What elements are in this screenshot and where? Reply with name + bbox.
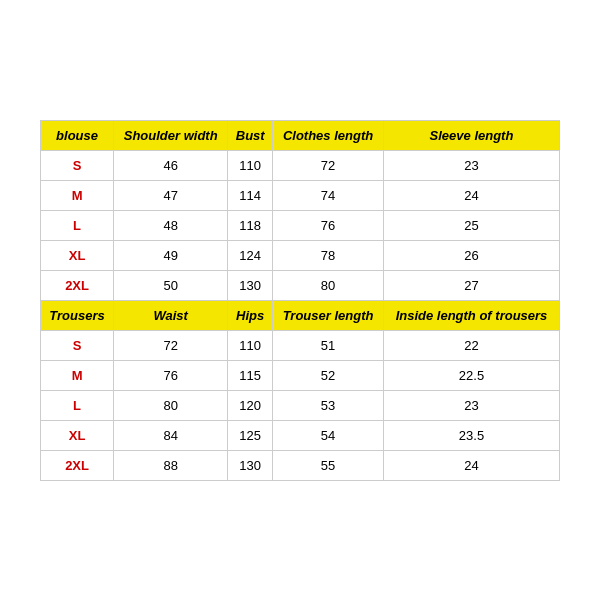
trousers-size-cell: S	[41, 330, 114, 360]
trousers-data-row: M 76 115 52 22.5	[41, 360, 560, 390]
blouse-shoulder-cell: 49	[114, 240, 228, 270]
blouse-shoulder-cell: 48	[114, 210, 228, 240]
blouse-bust-cell: 124	[228, 240, 273, 270]
blouse-size-cell: L	[41, 210, 114, 240]
trousers-waist-cell: 80	[114, 390, 228, 420]
trousers-hips-cell: 115	[228, 360, 273, 390]
blouse-header-clothes-length: Clothes length	[273, 120, 384, 150]
blouse-shoulder-cell: 47	[114, 180, 228, 210]
blouse-length-cell: 78	[273, 240, 384, 270]
trousers-hips-cell: 130	[228, 450, 273, 480]
trousers-length-cell: 51	[273, 330, 384, 360]
blouse-data-row: M 47 114 74 24	[41, 180, 560, 210]
trousers-length-cell: 54	[273, 420, 384, 450]
trousers-data-row: S 72 110 51 22	[41, 330, 560, 360]
trousers-size-cell: 2XL	[41, 450, 114, 480]
blouse-sleeve-cell: 26	[383, 240, 559, 270]
blouse-bust-cell: 118	[228, 210, 273, 240]
blouse-header-shoulder: Shoulder width	[114, 120, 228, 150]
blouse-length-cell: 72	[273, 150, 384, 180]
trousers-header-length: Trouser length	[273, 300, 384, 330]
trousers-length-cell: 53	[273, 390, 384, 420]
trousers-inside-cell: 23.5	[383, 420, 559, 450]
blouse-shoulder-cell: 46	[114, 150, 228, 180]
blouse-shoulder-cell: 50	[114, 270, 228, 300]
trousers-header-waist: Waist	[114, 300, 228, 330]
blouse-data-row: L 48 118 76 25	[41, 210, 560, 240]
trousers-header-hips: Hips	[228, 300, 273, 330]
blouse-length-cell: 74	[273, 180, 384, 210]
trousers-waist-cell: 84	[114, 420, 228, 450]
trousers-length-cell: 55	[273, 450, 384, 480]
trousers-hips-cell: 110	[228, 330, 273, 360]
blouse-sleeve-cell: 23	[383, 150, 559, 180]
trousers-inside-cell: 22.5	[383, 360, 559, 390]
trousers-length-cell: 52	[273, 360, 384, 390]
blouse-bust-cell: 130	[228, 270, 273, 300]
blouse-data-row: 2XL 50 130 80 27	[41, 270, 560, 300]
blouse-header-bust: Bust	[228, 120, 273, 150]
blouse-size-cell: S	[41, 150, 114, 180]
trousers-data-row: 2XL 88 130 55 24	[41, 450, 560, 480]
blouse-data-row: XL 49 124 78 26	[41, 240, 560, 270]
blouse-sleeve-cell: 24	[383, 180, 559, 210]
size-chart: blouse Shoulder width Bust Clothes lengt…	[40, 120, 560, 481]
blouse-size-cell: M	[41, 180, 114, 210]
trousers-header-section: Trousers	[41, 300, 114, 330]
blouse-header-row: blouse Shoulder width Bust Clothes lengt…	[41, 120, 560, 150]
blouse-size-cell: 2XL	[41, 270, 114, 300]
size-table: blouse Shoulder width Bust Clothes lengt…	[40, 120, 560, 481]
blouse-sleeve-cell: 27	[383, 270, 559, 300]
trousers-header-inside: Inside length of trousers	[383, 300, 559, 330]
blouse-size-cell: XL	[41, 240, 114, 270]
blouse-length-cell: 76	[273, 210, 384, 240]
trousers-size-cell: XL	[41, 420, 114, 450]
trousers-inside-cell: 22	[383, 330, 559, 360]
blouse-bust-cell: 114	[228, 180, 273, 210]
blouse-header-section: blouse	[41, 120, 114, 150]
trousers-data-row: XL 84 125 54 23.5	[41, 420, 560, 450]
trousers-hips-cell: 120	[228, 390, 273, 420]
trousers-size-cell: L	[41, 390, 114, 420]
trousers-data-row: L 80 120 53 23	[41, 390, 560, 420]
trousers-waist-cell: 76	[114, 360, 228, 390]
trousers-hips-cell: 125	[228, 420, 273, 450]
blouse-sleeve-cell: 25	[383, 210, 559, 240]
blouse-data-row: S 46 110 72 23	[41, 150, 560, 180]
blouse-length-cell: 80	[273, 270, 384, 300]
blouse-bust-cell: 110	[228, 150, 273, 180]
trousers-waist-cell: 72	[114, 330, 228, 360]
trousers-size-cell: M	[41, 360, 114, 390]
trousers-inside-cell: 24	[383, 450, 559, 480]
trousers-inside-cell: 23	[383, 390, 559, 420]
trousers-header-row: Trousers Waist Hips Trouser length Insid…	[41, 300, 560, 330]
trousers-waist-cell: 88	[114, 450, 228, 480]
blouse-header-sleeve: Sleeve length	[383, 120, 559, 150]
